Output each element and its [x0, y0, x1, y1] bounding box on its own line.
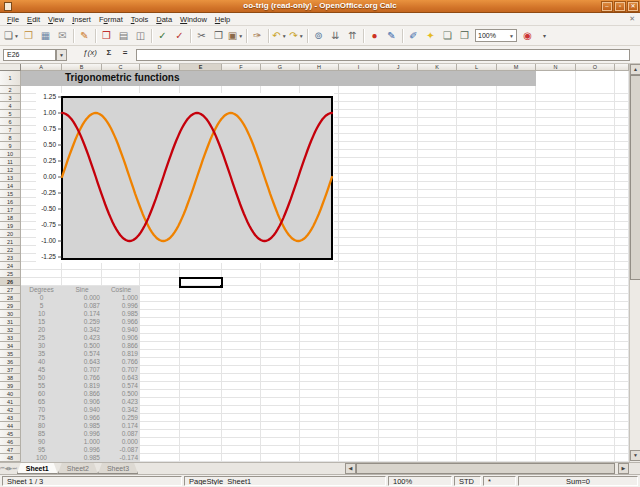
table-cell[interactable]: 0.574 [102, 382, 140, 390]
menu-item-tools[interactable]: Tools [127, 14, 153, 25]
new-document-button[interactable]: ❏▼ [3, 28, 20, 44]
scroll-left-icon[interactable]: ◀ [345, 463, 356, 474]
scroll-down-icon[interactable]: ▼ [630, 450, 640, 461]
dropdown-arrow-icon[interactable]: ▼ [238, 28, 243, 44]
menu-item-file[interactable]: File [3, 14, 23, 25]
column-header-o[interactable]: O [576, 64, 615, 71]
row-header-7[interactable]: 7 [0, 126, 21, 134]
menu-item-view[interactable]: View [44, 14, 68, 25]
table-cell[interactable]: 0.259 [102, 414, 140, 422]
insert-chart-button[interactable]: ● [366, 28, 383, 44]
table-cell[interactable]: 0.174 [102, 422, 140, 430]
scroll-up-icon[interactable]: ▲ [630, 64, 640, 75]
table-cell[interactable]: 20 [21, 326, 62, 334]
zoom-combobox[interactable]: 100%▼ [475, 29, 517, 42]
data-sources-button[interactable]: ❐ [456, 28, 473, 44]
table-cell[interactable]: 0.500 [62, 342, 102, 350]
scroll-right-icon[interactable]: ▶ [618, 463, 629, 474]
row-header-37[interactable]: 37 [0, 366, 21, 374]
navigator-button[interactable]: ✦ [422, 28, 439, 44]
row-header-40[interactable]: 40 [0, 390, 21, 398]
dropdown-arrow-icon[interactable]: ▼ [299, 28, 304, 44]
column-header-h[interactable]: H [300, 64, 339, 71]
formula-input[interactable] [136, 49, 630, 61]
row-header-27[interactable]: 27 [0, 286, 21, 294]
table-cell[interactable]: 100 [21, 454, 62, 462]
table-cell[interactable]: 0.643 [102, 374, 140, 382]
row-header-41[interactable]: 41 [0, 398, 21, 406]
column-header-b[interactable]: B [62, 64, 102, 71]
table-cell[interactable]: 0.087 [62, 302, 102, 310]
menu-item-data[interactable]: Data [152, 14, 176, 25]
row-header-20[interactable]: 20 [0, 230, 21, 238]
table-header-cell[interactable]: Cosine [102, 286, 140, 294]
table-cell[interactable]: 0.574 [62, 350, 102, 358]
row-header-35[interactable]: 35 [0, 350, 21, 358]
table-cell[interactable]: 1.000 [102, 294, 140, 302]
row-header-16[interactable]: 16 [0, 198, 21, 206]
dropdown-arrow-icon[interactable]: ▼ [14, 28, 19, 44]
row-header-43[interactable]: 43 [0, 414, 21, 422]
table-cell[interactable]: 50 [21, 374, 62, 382]
table-cell[interactable]: -0.174 [102, 454, 140, 462]
row-header-8[interactable]: 8 [0, 134, 21, 142]
table-cell[interactable]: 0.906 [62, 398, 102, 406]
row-header-21[interactable]: 21 [0, 238, 21, 246]
column-header-n[interactable]: N [536, 64, 576, 71]
row-header-9[interactable]: 9 [0, 142, 21, 150]
table-cell[interactable]: 70 [21, 406, 62, 414]
minimize-button[interactable]: – [602, 2, 612, 11]
row-header-13[interactable]: 13 [0, 174, 21, 182]
table-cell[interactable]: 5 [21, 302, 62, 310]
spellcheck-button[interactable]: ✓ [154, 28, 171, 44]
sum-button[interactable]: Σ [101, 48, 117, 62]
row-header-22[interactable]: 22 [0, 246, 21, 254]
name-box[interactable]: E26 [3, 49, 56, 61]
table-cell[interactable]: 15 [21, 318, 62, 326]
horizontal-scrollbar[interactable]: ◀ ▶ [345, 463, 629, 474]
row-header-32[interactable]: 32 [0, 326, 21, 334]
row-header-44[interactable]: 44 [0, 422, 21, 430]
sort-ascending-button[interactable]: ⇊ [327, 28, 344, 44]
row-header-47[interactable]: 47 [0, 446, 21, 454]
email-button[interactable]: ✉ [54, 28, 71, 44]
table-cell[interactable]: 0.342 [62, 326, 102, 334]
row-header-38[interactable]: 38 [0, 374, 21, 382]
draw-functions-button[interactable]: ✎ [383, 28, 400, 44]
column-header-e[interactable]: E [180, 64, 222, 71]
table-cell[interactable]: 0 [21, 294, 62, 302]
row-header-26[interactable]: 26 [0, 278, 21, 286]
function-wizard-button[interactable]: ƒ(x) [82, 48, 98, 62]
menu-item-window[interactable]: Window [176, 14, 211, 25]
column-header-d[interactable]: D [140, 64, 180, 71]
row-header-30[interactable]: 30 [0, 310, 21, 318]
table-cell[interactable]: 60 [21, 390, 62, 398]
table-cell[interactable]: 0.866 [102, 342, 140, 350]
row-header-3[interactable]: 3 [0, 94, 21, 102]
table-cell[interactable]: 0.707 [102, 366, 140, 374]
print-button[interactable]: ▤ [115, 28, 132, 44]
column-header-k[interactable]: K [418, 64, 457, 71]
table-cell[interactable]: 90 [21, 438, 62, 446]
row-header-17[interactable]: 17 [0, 206, 21, 214]
tab-sheet3[interactable]: Sheet3 [98, 463, 138, 474]
column-header-j[interactable]: J [379, 64, 418, 71]
table-cell[interactable]: 95 [21, 446, 62, 454]
table-cell[interactable]: 0.996 [62, 446, 102, 454]
gallery-button[interactable]: ❏ [439, 28, 456, 44]
auto-spellcheck-button[interactable]: ✓ [171, 28, 188, 44]
table-cell[interactable]: 0.819 [102, 350, 140, 358]
format-paintbrush-button[interactable]: ✑ [249, 28, 266, 44]
row-header-39[interactable]: 39 [0, 382, 21, 390]
row-header-25[interactable]: 25 [0, 270, 21, 278]
column-header-m[interactable]: M [497, 64, 536, 71]
menu-item-edit[interactable]: Edit [23, 14, 44, 25]
row-header-5[interactable]: 5 [0, 110, 21, 118]
tab-sheet1[interactable]: Sheet1 [17, 463, 58, 474]
table-cell[interactable]: 0.940 [62, 406, 102, 414]
table-cell[interactable]: 0.766 [102, 358, 140, 366]
row-header-14[interactable]: 14 [0, 182, 21, 190]
close-button[interactable]: ✕ [628, 2, 638, 11]
row-header-12[interactable]: 12 [0, 166, 21, 174]
menu-item-insert[interactable]: Insert [68, 14, 95, 25]
